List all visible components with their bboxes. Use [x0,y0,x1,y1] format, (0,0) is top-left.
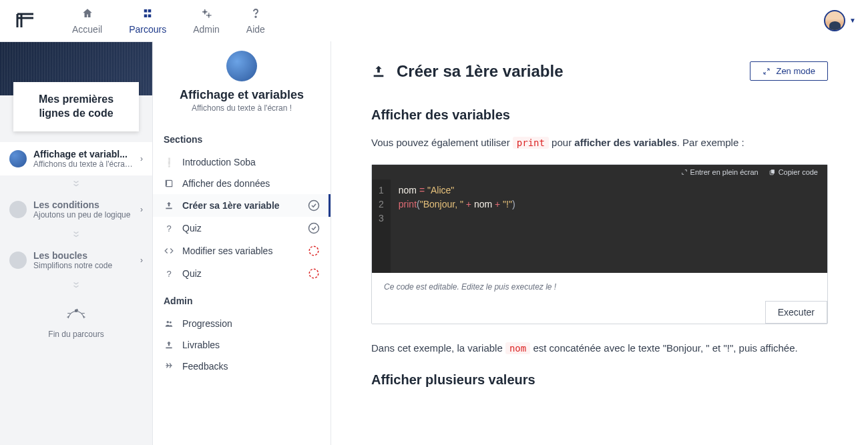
gears-icon [200,7,213,20]
chapter-title: Les conditions [33,199,134,210]
svg-point-8 [170,322,172,324]
chevron-right-icon: › [140,154,143,163]
chapter-title: Les boucles [33,250,134,261]
upload-icon [164,200,174,211]
end-of-course: Fin du parcours [0,294,152,351]
admin-item-progression[interactable]: Progression [153,313,331,334]
end-of-course-label: Fin du parcours [12,330,140,339]
copy-code-button[interactable]: Copier code [769,168,818,176]
nav-admin-label: Admin [193,24,220,35]
sections-sidebar: Affichage et variables Affichons du text… [152,41,331,445]
svg-point-3 [309,201,319,211]
section-item-afficher-donnees[interactable]: Afficher des données [153,173,331,194]
paragraph: Vous pouvez également utiliser print pou… [371,135,828,151]
expand-toggle[interactable] [0,277,152,294]
user-menu[interactable]: ▼ [824,10,856,31]
inline-code: nom [505,342,530,354]
expand-toggle[interactable] [0,175,152,193]
code-icon [164,246,174,256]
pending-circle-icon [308,245,320,257]
expand-toggle[interactable] [0,226,152,244]
section-label: Modifier ses variables [182,246,300,256]
chapter-item-boucles[interactable]: Les boucles Simplifions notre code › [0,244,152,277]
nav-help[interactable]: Aide [246,7,265,35]
nav-home[interactable]: Accueil [72,7,102,35]
courses-icon [141,7,154,20]
svg-point-1 [208,14,210,17]
expand-icon [763,67,771,75]
svg-point-6 [309,269,318,278]
nav-courses[interactable]: Parcours [129,7,166,35]
section-item-quiz-1[interactable]: ? Quiz [153,217,331,240]
admin-label: Livrables [182,340,320,350]
svg-point-2 [255,16,256,17]
svg-rect-9 [771,169,775,173]
chapter-icon [9,252,27,269]
section-label: Afficher des données [182,178,320,189]
chapter-detail-subtitle: Affichons du texte à l'écran ! [164,103,320,113]
upload-icon [371,64,386,79]
section-item-creer-variable[interactable]: Créer sa 1ère variable [153,194,331,217]
sections-heading: Sections [153,123,331,151]
section-heading: Afficher plusieurs valeurs [371,372,828,388]
chapter-title: Affichage et variabl... [33,149,134,159]
page-title-text: Créer sa 1ère variable [397,62,564,81]
chapter-icon [9,150,27,167]
code-editor: Entrer en plein écran Copier code 1 2 3 … [371,164,828,324]
section-item-quiz-2[interactable]: ? Quiz [153,262,331,285]
chapters-sidebar: Mes premières lignes de code Affichage e… [0,41,152,445]
chapter-subtitle: Affichons du texte à l'écran ! [33,159,134,169]
chapter-item-conditions[interactable]: Les conditions Ajoutons un peu de logiqu… [0,193,152,226]
question-icon: ? [164,268,174,279]
logo[interactable] [12,7,39,34]
nav-home-label: Accueil [72,24,102,35]
chevron-right-icon: › [140,205,143,214]
admin-item-livrables[interactable]: Livrables [153,334,331,356]
section-item-modifier-variables[interactable]: Modifier ses variables [153,240,331,262]
code-hint: Ce code est editable. Editez le puis exe… [372,273,827,301]
chevron-right-icon: › [140,256,143,265]
paragraph: Dans cet exemple, la variable nom est co… [371,340,828,356]
section-label: Quiz [182,268,300,279]
line-gutter: 1 2 3 [372,179,391,273]
chevron-down-icon: ▼ [849,17,856,24]
section-label: Quiz [182,223,300,234]
expand-icon [681,169,688,175]
svg-point-4 [309,224,319,234]
book-icon [164,178,174,189]
code-body[interactable]: 1 2 3 nom = "Alice" print("Bonjour, " + … [372,179,827,273]
copy-icon [769,169,776,175]
chapter-subtitle: Ajoutons un peu de logique [33,210,134,219]
section-item-intro[interactable]: ❕ Introduction Soba [153,151,331,173]
people-icon [164,318,174,329]
check-circle-icon [308,199,320,211]
nav-admin[interactable]: Admin [193,7,220,35]
course-title-card: Mes premières lignes de code [13,82,139,131]
nav-help-label: Aide [246,24,265,35]
chapter-item-affichage[interactable]: Affichage et variabl... Affichons du tex… [0,142,152,175]
admin-label: Feedbacks [182,361,320,372]
zen-mode-label: Zen mode [776,66,815,76]
svg-point-0 [204,10,207,13]
inline-code: print [513,137,549,149]
question-icon [249,7,262,20]
section-label: Introduction Soba [182,157,320,167]
admin-label: Progression [182,318,320,329]
pending-circle-icon [308,268,320,280]
home-icon [81,7,94,20]
chapter-subtitle: Simplifions notre code [33,261,134,270]
top-nav: Accueil Parcours Admin Aide ▼ [0,0,868,41]
execute-button[interactable]: Executer [765,301,827,324]
admin-item-feedbacks[interactable]: Feedbacks [153,356,331,377]
feedback-icon [164,361,174,372]
zen-mode-button[interactable]: Zen mode [750,61,828,81]
admin-heading: Admin [153,285,331,313]
section-heading: Afficher des variables [371,107,828,123]
content-area: Créer sa 1ère variable Zen mode Afficher… [331,41,868,445]
fullscreen-button[interactable]: Entrer en plein écran [681,168,758,176]
nav-courses-label: Parcours [129,24,166,35]
chapter-detail-title: Affichage et variables [164,88,320,102]
section-label: Créer sa 1ère variable [182,200,300,211]
code-lines[interactable]: nom = "Alice" print("Bonjour, " + nom + … [391,179,523,273]
upload-icon [164,340,174,350]
